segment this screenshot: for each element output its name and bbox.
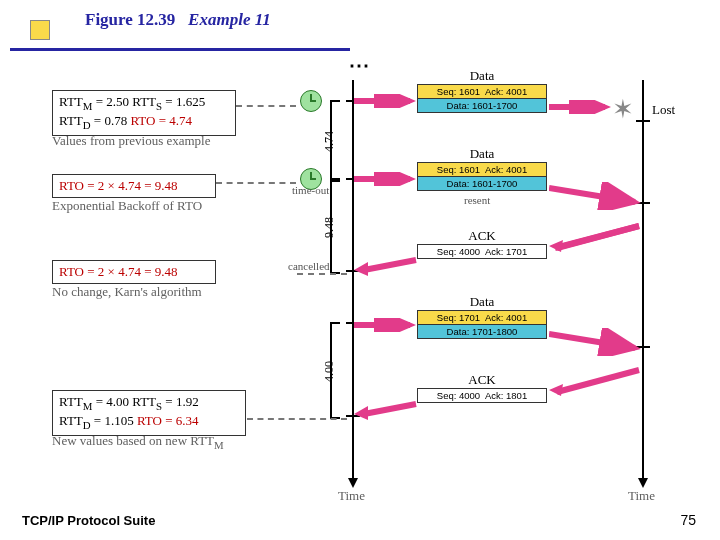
timeline-left-arrow: [348, 478, 358, 488]
cancelled-label: cancelled: [288, 260, 330, 272]
timeline-right-arrow: [638, 478, 648, 488]
pkt1-label: Data: [452, 68, 512, 84]
title-underline: [10, 48, 350, 51]
arrow-left-icon: [354, 256, 418, 276]
box-new-values: RTTM = 4.00 RTTS = 1.92 RTTD = 1.105 RTO…: [52, 390, 246, 436]
arrow-right-icon: [354, 318, 418, 332]
pkt2: Seq: 1601 Ack: 4001 Data: 1601-1700: [417, 162, 547, 191]
timeout-label: time-out: [292, 184, 329, 196]
lost-label: Lost: [652, 102, 675, 118]
arrow-right-icon: [549, 100, 613, 114]
arrow-right-icon: [549, 182, 643, 210]
svg-line-10: [364, 404, 416, 414]
pkt5-label: ACK: [452, 372, 512, 388]
box-rto-karn: RTO = 2 × 4.74 = 9.48: [52, 260, 216, 284]
dots-icon: ⋮: [348, 56, 372, 74]
pkt2-label: Data: [452, 146, 512, 162]
diagram-area: RTTM = 2.50 RTTS = 1.625 RTTD = 0.78 RTO…: [52, 60, 692, 480]
box-rto-backoff: RTO = 2 × 4.74 = 9.48: [52, 174, 216, 198]
svg-line-5: [557, 226, 639, 248]
arrow-left-icon: [549, 366, 643, 396]
time-label-left: Time: [338, 488, 365, 504]
time-label-right: Time: [628, 488, 655, 504]
svg-line-9: [557, 370, 639, 392]
pkt1: Seq: 1601 Ack: 4001 Data: 1601-1700: [417, 84, 547, 113]
dash-line: [297, 273, 347, 275]
svg-line-8: [549, 334, 635, 348]
dash-line: [216, 182, 296, 184]
arrow-right-icon: [354, 172, 418, 186]
pkt4: Seq: 1701 Ack: 4001 Data: 1701-1800: [417, 310, 547, 339]
arrow-left-icon: [354, 400, 418, 420]
bracket-3-label: 4.00: [322, 361, 337, 382]
timeline-right: [642, 80, 644, 480]
timeline-left: [352, 80, 354, 480]
page-number: 75: [680, 512, 696, 528]
pkt4-label: Data: [452, 294, 512, 310]
bracket-1-label: 4.74: [322, 131, 337, 152]
slide-bullet-decor: [30, 20, 50, 40]
caption-prev: Values from previous example: [52, 133, 210, 149]
arrow-right-icon: [354, 94, 418, 108]
svg-line-6: [364, 260, 416, 270]
caption-backoff: Exponential Backoff of RTO: [52, 198, 202, 214]
clock-icon: [300, 90, 322, 112]
figure-title: Figure 12.39 Example 11: [85, 10, 271, 30]
footer-text: TCP/IP Protocol Suite: [22, 513, 155, 528]
dash-line: [247, 418, 347, 420]
pkt3: Seq: 4000 Ack: 1701: [417, 244, 547, 259]
pkt5: Seq: 4000 Ack: 1801: [417, 388, 547, 403]
tick: [636, 120, 650, 122]
pkt3-label: ACK: [452, 228, 512, 244]
resent-label: resent: [464, 194, 490, 206]
box-prev-values: RTTM = 2.50 RTTS = 1.625 RTTD = 0.78 RTO…: [52, 90, 236, 136]
caption-new: New values based on new RTTM: [52, 433, 224, 451]
lost-star-icon: ✶: [612, 94, 634, 125]
dash-line: [236, 105, 296, 107]
svg-line-3: [549, 188, 635, 202]
arrow-left-icon: [549, 222, 643, 252]
bracket-2-label: 9.48: [322, 217, 337, 238]
arrow-right-icon: [549, 328, 643, 356]
caption-karn: No change, Karn's algorithm: [52, 284, 202, 300]
